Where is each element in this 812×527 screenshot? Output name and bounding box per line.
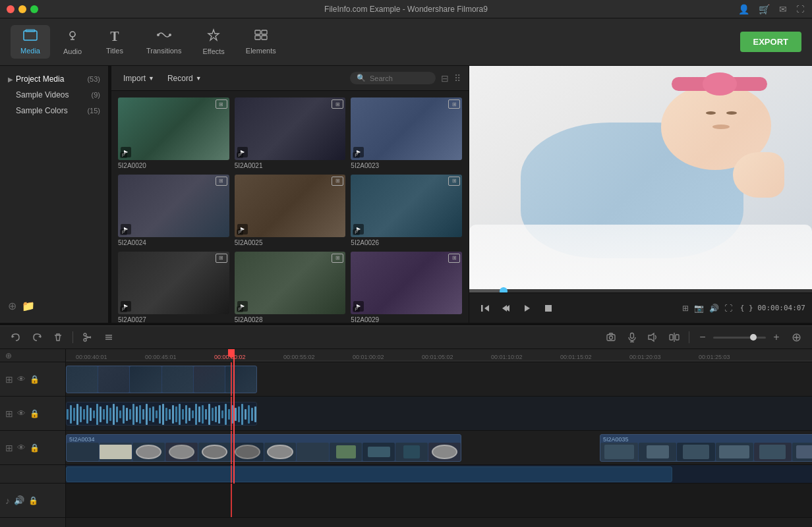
video-track-2-eye-icon[interactable]: 👁 — [17, 443, 26, 453]
svg-rect-90 — [241, 404, 243, 425]
effects-label: Effects — [202, 47, 224, 55]
svg-rect-64 — [156, 410, 158, 418]
stop-button[interactable] — [539, 299, 558, 318]
add-track-button[interactable]: ⊕ — [788, 329, 804, 345]
mail-icon[interactable]: ✉ — [779, 4, 787, 14]
transitions-tab[interactable]: Transitions — [137, 25, 190, 59]
media-tab[interactable]: Media — [11, 25, 50, 59]
titles-tab[interactable]: T Titles — [95, 25, 134, 59]
audio-track-1-eye-icon[interactable]: 👁 — [17, 408, 26, 418]
thumb-overlay-5I2A0028: ⊞ — [332, 254, 343, 263]
minimize-button[interactable] — [18, 5, 26, 13]
svg-marker-32 — [649, 333, 654, 341]
zoom-in-button[interactable]: + — [770, 331, 783, 344]
audio-track-1-lock-icon[interactable]: 🔒 — [30, 409, 40, 418]
profile-icon[interactable]: 👤 — [738, 4, 749, 14]
media-item-5I2A0029[interactable]: ⊞ ▶ P 5I2A0029 — [351, 252, 462, 323]
video-track-1-grid-icon[interactable]: ⊞ — [5, 374, 13, 385]
maximize-button[interactable] — [30, 5, 38, 13]
svg-rect-53 — [119, 410, 121, 418]
media-item-5I2A0023[interactable]: ⊞ ▶ P 5I2A0023 — [351, 97, 462, 169]
tl-snapshot-icon[interactable] — [603, 329, 619, 345]
mic-icon[interactable] — [624, 329, 640, 345]
voiceover-icon[interactable] — [645, 329, 661, 345]
sidebar-item-project-media[interactable]: ▶ Project Media (53) — [0, 71, 108, 87]
svg-rect-39 — [73, 408, 75, 421]
svg-rect-82 — [215, 406, 217, 422]
video-clip-2a[interactable]: 5I2A0034 — [66, 434, 461, 462]
audio-track-1 — [66, 397, 812, 431]
zoom-slider[interactable] — [713, 337, 766, 339]
svg-rect-17 — [545, 305, 552, 312]
audio-clip-1[interactable] — [66, 402, 257, 426]
cut-button[interactable] — [80, 329, 96, 345]
zoom-out-button[interactable]: − — [696, 331, 709, 344]
undo-button[interactable] — [8, 329, 24, 345]
track-scroll-area[interactable]: 00:00:40:01 00:00:45:01 00:00:50:02 00:0… — [66, 349, 812, 527]
video-track-2-lock-icon[interactable]: 🔒 — [30, 443, 40, 453]
svg-marker-7 — [208, 30, 219, 40]
zoom-slider-handle[interactable] — [750, 334, 757, 341]
screen-size-icon[interactable]: ⊞ — [682, 304, 689, 313]
volume-icon[interactable]: 🔊 — [709, 304, 719, 313]
video-clip-2b[interactable]: 5I2A0035 — [600, 434, 812, 462]
redo-button[interactable] — [29, 329, 45, 345]
sidebar-item-sample-videos[interactable]: Sample Videos (9) — [0, 87, 108, 103]
blue-clip[interactable] — [66, 466, 672, 482]
audio-track-2-volume-icon[interactable]: 🔊 — [14, 495, 24, 505]
grid-view-icon[interactable]: ⠿ — [454, 73, 461, 84]
record-dropdown[interactable]: Record ▼ — [163, 72, 206, 85]
audio-track-2-music-icon[interactable]: ♪ — [5, 495, 10, 506]
snapshot-icon[interactable]: 📷 — [694, 304, 704, 313]
video-track-2-grid-icon[interactable]: ⊞ — [5, 443, 13, 453]
media-panel: Import ▼ Record ▼ 🔍 ⊟ ⠿ ⊞ ▶ P — [111, 66, 469, 323]
media-item-5I2A0025[interactable]: ⊞ ▶ P 5I2A0025 — [235, 175, 346, 246]
media-thumb-5I2A0028: ⊞ ▶ P — [235, 252, 346, 314]
media-item-5I2A0026[interactable]: ⊞ ▶ P 5I2A0026 — [351, 175, 462, 246]
add-track-icon[interactable]: ⊕ — [5, 351, 12, 360]
sample-videos-count: (9) — [92, 91, 100, 99]
svg-rect-92 — [248, 405, 250, 424]
svg-rect-43 — [86, 405, 88, 424]
list-button[interactable] — [101, 329, 117, 345]
skip-back-button[interactable] — [476, 299, 494, 318]
fullscreen-icon[interactable]: ⛶ — [724, 304, 732, 313]
svg-rect-71 — [179, 404, 181, 425]
search-input[interactable] — [370, 74, 429, 82]
video-track-1-lock-icon[interactable]: 🔒 — [30, 375, 40, 384]
zoom-window-icon[interactable]: ⛶ — [796, 5, 804, 14]
svg-rect-8 — [255, 30, 260, 34]
main-content: ▶ Project Media (53) Sample Videos (9) S… — [0, 66, 812, 323]
play-button[interactable] — [518, 299, 536, 318]
add-to-timeline-icon[interactable]: ⊕ — [8, 300, 16, 312]
import-dropdown[interactable]: Import ▼ — [119, 72, 158, 85]
video-track-2-controls: ⊞ 👁 🔒 — [0, 431, 65, 465]
svg-rect-80 — [208, 404, 210, 425]
cart-icon[interactable]: 🛒 — [759, 4, 770, 14]
media-item-5I2A0028[interactable]: ⊞ ▶ P 5I2A0028 — [235, 252, 346, 323]
video-clip-1[interactable] — [66, 366, 257, 393]
time-ruler: 00:00:40:01 00:00:45:01 00:00:50:02 00:0… — [66, 349, 812, 362]
thumb-overlay-5I2A0024: ⊞ — [216, 177, 227, 186]
audio-track-1-grid-icon[interactable]: ⊞ — [5, 408, 13, 419]
step-back-button[interactable] — [497, 299, 515, 318]
delete-button[interactable] — [50, 329, 66, 345]
new-folder-icon[interactable]: 📁 — [22, 300, 35, 312]
close-button[interactable] — [7, 5, 14, 13]
media-item-5I2A0021[interactable]: ⊞ ▶ P 5I2A0021 — [235, 97, 346, 169]
audio-tab[interactable]: Audio — [53, 24, 92, 59]
effects-tab[interactable]: Effects — [193, 24, 233, 59]
elements-tab[interactable]: Elements — [237, 25, 285, 59]
sidebar-item-sample-colors[interactable]: Sample Colors (15) — [0, 103, 108, 119]
export-button[interactable]: EXPORT — [740, 32, 801, 52]
media-name-5I2A0026: 5I2A0026 — [351, 239, 462, 246]
elements-label: Elements — [246, 47, 276, 55]
filter-icon[interactable]: ⊟ — [441, 73, 449, 84]
elements-icon — [254, 29, 268, 44]
audio-track-2-lock-icon[interactable]: 🔒 — [28, 496, 38, 505]
video-track-1-eye-icon[interactable]: 👁 — [17, 374, 26, 384]
media-item-5I2A0024[interactable]: ⊞ ▶ P 5I2A0024 — [118, 175, 229, 246]
media-item-5I2A0027[interactable]: ⊞ ▶ P 5I2A0027 — [118, 252, 229, 323]
media-item-5I2A0020[interactable]: ⊞ ▶ P 5I2A0020 — [118, 97, 229, 169]
split-icon[interactable] — [666, 329, 682, 345]
